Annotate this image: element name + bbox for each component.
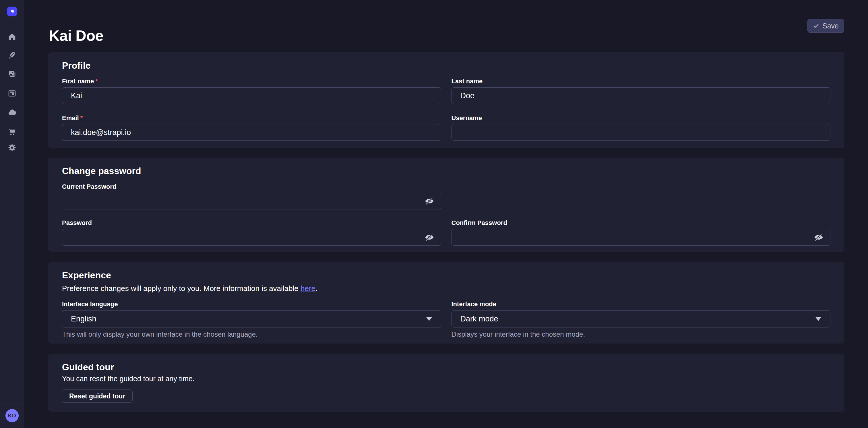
check-icon	[813, 23, 819, 29]
page-title: Kai Doe	[49, 28, 103, 44]
interface-mode-value: Dark mode	[460, 315, 498, 323]
confirm-password-field: Confirm Password	[452, 219, 831, 246]
toggle-confirm-password-visibility-button[interactable]	[813, 232, 825, 242]
save-button-label: Save	[823, 22, 839, 30]
current-password-field: Current Password	[62, 183, 441, 209]
profile-card: Profile First name* Last name Email*	[48, 52, 844, 148]
interface-language-value: English	[71, 315, 96, 323]
sidebar-item-media-library[interactable]	[0, 66, 24, 81]
sidebar-item-home[interactable]	[0, 29, 24, 44]
images-icon	[8, 69, 17, 78]
current-password-input[interactable]	[62, 193, 441, 209]
first-name-input[interactable]	[62, 87, 441, 104]
strapi-logo-icon	[9, 8, 16, 15]
password-input[interactable]	[62, 229, 441, 246]
more-information-link[interactable]: here	[301, 284, 315, 293]
username-field: Username	[452, 114, 831, 141]
interface-mode-label: Interface mode	[452, 301, 831, 308]
interface-mode-select[interactable]: Dark mode	[452, 310, 831, 327]
sidebar: KD	[0, 0, 24, 428]
sidebar-divider-top	[0, 23, 24, 23]
interface-mode-hint: Displays your interface in the chosen mo…	[452, 331, 831, 338]
new-password-field: Password	[62, 219, 441, 246]
guided-tour-card-title: Guided tour	[62, 362, 830, 372]
cloud-icon	[8, 108, 17, 117]
feather-icon	[8, 51, 17, 59]
guided-tour-description: You can reset the guided tour at any tim…	[62, 375, 830, 382]
sidebar-item-marketplace[interactable]	[0, 124, 24, 139]
sidebar-item-content-manager[interactable]	[0, 48, 24, 63]
profile-card-title: Profile	[62, 60, 830, 71]
sidebar-item-settings[interactable]	[0, 140, 24, 155]
toggle-current-password-visibility-button[interactable]	[423, 196, 435, 206]
experience-subtitle: Preference changes will apply only to yo…	[62, 284, 830, 293]
username-label: Username	[452, 114, 831, 122]
interface-language-select[interactable]: English	[62, 310, 441, 327]
eye-off-icon	[425, 197, 434, 205]
experience-card: Experience Preference changes will apply…	[48, 262, 844, 344]
change-password-card: Change password Current Password	[48, 158, 844, 252]
gear-icon	[8, 143, 17, 152]
user-avatar[interactable]: KD	[5, 409, 19, 422]
change-password-card-title: Change password	[62, 166, 830, 176]
chevron-down-icon	[815, 317, 822, 321]
interface-language-label: Interface language	[62, 301, 441, 308]
password-label: Password	[62, 219, 441, 227]
sidebar-item-cloud[interactable]	[0, 105, 24, 120]
experience-card-title: Experience	[62, 270, 830, 280]
current-password-label: Current Password	[62, 183, 441, 191]
reset-guided-tour-button[interactable]: Reset guided tour	[62, 390, 133, 403]
confirm-password-label: Confirm Password	[452, 219, 831, 227]
profile-settings-page: KD Kai Doe Save Profile First name* Last…	[0, 0, 868, 428]
spacer-cell	[452, 183, 831, 209]
home-icon	[8, 32, 17, 41]
required-mark: *	[81, 114, 83, 122]
last-name-field: Last name	[452, 78, 831, 104]
last-name-label: Last name	[452, 78, 831, 85]
interface-language-hint: This will only display your own interfac…	[62, 331, 441, 338]
last-name-input[interactable]	[452, 87, 831, 104]
sidebar-item-content-type-builder[interactable]	[0, 86, 24, 101]
shopping-cart-icon	[8, 127, 17, 136]
interface-language-field: Interface language English This will onl…	[62, 301, 441, 338]
confirm-password-input[interactable]	[452, 229, 831, 246]
chevron-down-icon	[426, 317, 432, 321]
strapi-logo[interactable]	[7, 7, 17, 17]
username-input[interactable]	[452, 124, 831, 141]
email-field: Email*	[62, 114, 441, 141]
eye-off-icon	[425, 233, 434, 241]
first-name-field: First name*	[62, 78, 441, 104]
first-name-label: First name*	[62, 78, 441, 85]
email-input[interactable]	[62, 124, 441, 141]
required-mark: *	[95, 78, 98, 85]
guided-tour-card: Guided tour You can reset the guided tou…	[48, 354, 844, 411]
interface-mode-field: Interface mode Dark mode Displays your i…	[452, 301, 831, 338]
eye-off-icon	[814, 233, 824, 241]
layout-icon	[8, 89, 17, 98]
save-button[interactable]: Save	[807, 19, 844, 33]
email-label: Email*	[62, 114, 441, 122]
toggle-password-visibility-button[interactable]	[423, 232, 435, 242]
